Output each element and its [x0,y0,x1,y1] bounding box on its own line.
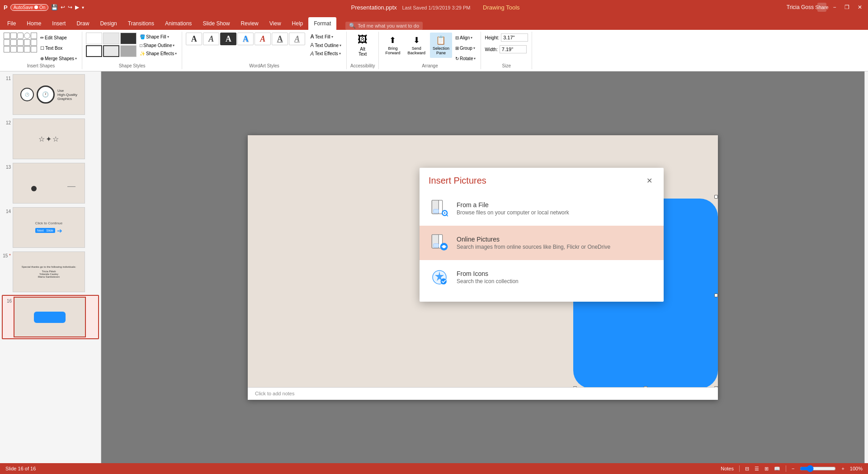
group-button[interactable]: ⊞ Group ▾ [454,43,477,53]
slide-thumb-13[interactable]: 13 — [2,162,99,204]
save-icon[interactable]: 💾 [51,4,58,10]
svg-rect-9 [434,244,439,247]
handle-middle-right[interactable] [714,294,718,297]
send-backward-button[interactable]: ⬇ SendBackward [405,33,428,58]
slide-sorter-icon[interactable]: ⊞ [764,466,769,472]
dialog-close-button[interactable]: ✕ [644,175,655,186]
shape-misc2[interactable] [4,39,10,46]
restore-button[interactable]: ❐ [843,3,852,12]
shape-misc8[interactable] [10,46,17,52]
add-notes[interactable]: Click to add notes [248,387,718,400]
wordart-style-6[interactable]: A [272,33,288,45]
zoom-out-icon[interactable]: − [792,466,794,471]
reading-view-icon[interactable]: 📖 [774,466,780,472]
shape-misc7[interactable] [4,46,10,52]
zoom-slider[interactable] [800,465,836,472]
tab-review[interactable]: Review [235,17,264,30]
wordart-style-3[interactable]: A [220,33,236,45]
bring-forward-icon: ⬆ [389,35,396,45]
tab-design[interactable]: Design [94,17,122,30]
selection-pane-button[interactable]: 📋 SelectionPane [430,33,452,58]
slide12-design: ☆✦☆ [38,135,60,143]
shape-misc9[interactable] [17,46,24,52]
tab-transitions[interactable]: Transitions [123,17,160,30]
align-button[interactable]: ⊟ Align ▾ [454,33,477,43]
handle-top-right[interactable] [714,195,718,199]
outline-view-icon[interactable]: ☰ [755,466,759,472]
tab-file[interactable]: File [2,17,21,30]
tab-insert[interactable]: Insert [47,17,71,30]
tab-help[interactable]: Help [287,17,309,30]
shape-misc3[interactable] [10,39,17,46]
wordart-style-1[interactable]: A [186,33,202,45]
group-label: Group [460,46,472,51]
search-bar[interactable]: 🔍 Tell me what you want to do [345,22,423,30]
shape-outline-button[interactable]: □ Shape Outline ▾ [138,41,178,50]
wordart-style-7[interactable]: A [289,33,305,45]
normal-view-icon[interactable]: ⊟ [745,466,749,472]
slide14-text: Click to Continue [35,221,62,225]
shape-outline-arrow: ▾ [173,43,175,47]
redo-icon[interactable]: ↪ [68,4,72,10]
notes-button[interactable]: Notes [721,466,734,471]
shape-style-1[interactable] [86,33,102,44]
autosave-toggle[interactable]: AutoSave On [10,4,49,11]
shape-style-3[interactable] [120,33,137,44]
merge-shapes-button[interactable]: ⊕ Merge Shapes ▾ [39,53,78,63]
size-content: Height: Width: [485,33,528,63]
shape-style-5[interactable] [103,45,119,57]
tab-format[interactable]: Format [308,17,336,30]
wordart-style-4[interactable]: A [237,33,254,45]
shape-oval[interactable] [24,33,30,39]
tab-slideshow[interactable]: Slide Show [197,17,235,30]
slide-thumb-11[interactable]: 11 🕐 🕐 UseHigh-QualityGraphics [2,73,99,116]
shape-misc11[interactable] [31,46,37,52]
shape-style-6[interactable] [120,45,137,57]
slide-thumb-14[interactable]: 14 Click to Continue Next Slide ➔ [2,206,99,249]
share-button[interactable]: Share [817,3,826,12]
from-icons-option[interactable]: From Icons Search the icon collection [420,260,664,294]
slide-thumb-12[interactable]: 12 ☆✦☆ [2,118,99,160]
shape-style-2[interactable] [103,33,119,44]
shape-style-4[interactable] [86,45,102,57]
tab-home[interactable]: Home [21,17,47,30]
text-effects-button[interactable]: A Text Effects ▾ [309,49,343,58]
wordart-style-5[interactable]: A [255,33,271,45]
tab-draw[interactable]: Draw [71,17,94,30]
shape-rect[interactable] [17,33,24,39]
shape-effects-button[interactable]: ✨ Shape Effects ▾ [138,49,178,58]
tab-animations[interactable]: Animations [160,17,197,30]
more-icon[interactable]: ▾ [82,5,84,10]
shape-misc10[interactable] [24,46,30,52]
edit-shape-button[interactable]: ✏ Edit Shape [39,33,78,43]
shape-misc1[interactable] [31,33,37,39]
bring-forward-button[interactable]: ⬆ BringForward [382,33,403,58]
tab-view[interactable]: View [264,17,287,30]
text-fill-button[interactable]: A Text Fill ▾ [309,33,343,41]
arrange-content: ⬆ BringForward ⬇ SendBackward 📋 Selectio… [382,33,477,63]
present-icon[interactable]: ▶ [75,4,79,10]
shape-line[interactable] [4,33,10,39]
undo-icon[interactable]: ↩ [61,4,65,10]
width-input[interactable] [500,45,527,53]
text-outline-button[interactable]: A Text Outline ▾ [309,41,343,50]
text-box-button[interactable]: ☐ Text Box [39,43,78,53]
wordart-style-2[interactable]: A [203,33,219,45]
zoom-in-icon[interactable]: + [841,466,844,471]
shape-fill-button[interactable]: 🪣 Shape Fill ▾ [138,33,178,41]
shape-misc4[interactable] [17,39,24,46]
rotate-button[interactable]: ↻ Rotate ▾ [454,53,477,63]
alt-text-button[interactable]: 🖼 AltText [355,33,370,58]
svg-point-5 [444,212,445,213]
shape-misc6[interactable] [31,39,37,46]
close-button[interactable]: ✕ [855,3,864,12]
status-right: Notes ⊟ ☰ ⊞ 📖 − + 100% [721,465,863,472]
height-input[interactable] [501,33,528,42]
online-pictures-option[interactable]: Online Pictures Search images from onlin… [420,226,664,260]
slide-thumb-16[interactable]: 16 [2,295,99,339]
from-file-option[interactable]: From a File Browse files on your compute… [420,191,664,226]
shape-arrow[interactable] [10,33,17,39]
minimize-button[interactable]: − [830,3,839,12]
slide-thumb-15[interactable]: 15 Special thanks go to the following in… [2,251,99,293]
shape-misc5[interactable] [24,39,30,46]
